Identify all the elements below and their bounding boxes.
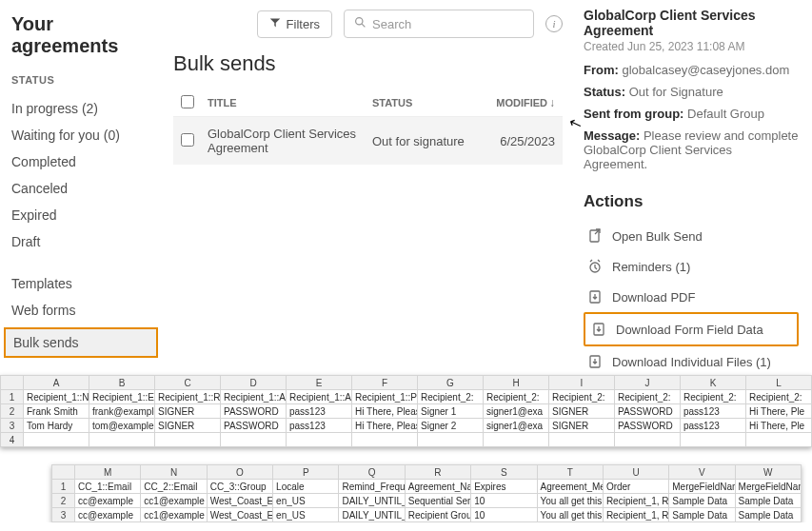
details-panel: GlobalCorp Client Services Agreement Cre…	[574, 0, 812, 371]
col-status[interactable]: STATUS	[372, 97, 486, 108]
detail-title: GlobalCorp Client Services Agreement	[584, 8, 799, 38]
row-title: GlobalCorp Client Services Agreement	[208, 127, 372, 155]
sidebar-item-draft[interactable]: Draft	[11, 228, 150, 255]
sidebar-item-webforms[interactable]: Web forms	[11, 297, 150, 324]
sort-desc-icon: ↓	[549, 96, 555, 109]
center-pane: Filters Search i Bulk sends TITLE STATUS…	[162, 0, 574, 371]
action-open-label: Open Bulk Send	[612, 229, 703, 244]
download-icon	[587, 289, 603, 305]
from-value: globalcasey@caseyjones.dom	[622, 63, 789, 77]
action-download-files-label: Download Individual Files (1)	[612, 355, 771, 369]
action-download-individual[interactable]: Download Individual Files (1)	[584, 346, 799, 377]
download-form-icon	[591, 322, 606, 337]
col-title[interactable]: TITLE	[208, 97, 372, 108]
action-download-form-label: Download Form Field Data	[616, 323, 763, 337]
col-modified[interactable]: MODIFIED↓	[486, 96, 563, 109]
search-input[interactable]: Search	[344, 10, 534, 38]
sidebar-item-in-progress[interactable]: In progress (2)	[11, 95, 150, 122]
action-open-bulk-send[interactable]: Open Bulk Send	[584, 221, 799, 251]
spreadsheet-1: ABCDEFGHIJKL1Recipient_1::NameRecipient_…	[0, 375, 812, 447]
detail-created: Created Jun 25, 2023 11:08 AM	[584, 40, 799, 53]
filters-button[interactable]: Filters	[257, 10, 332, 38]
sidebar-item-bulksends[interactable]: Bulk sends	[4, 327, 158, 358]
group-value: Default Group	[687, 107, 764, 121]
sidebar-item-templates[interactable]: Templates	[11, 270, 150, 297]
from-label: From:	[584, 63, 619, 77]
table-row[interactable]: GlobalCorp Client Services Agreement Out…	[173, 117, 563, 165]
open-icon	[587, 228, 603, 244]
row-status: Out for signature	[372, 134, 486, 148]
sidebar-item-waiting[interactable]: Waiting for you (0)	[11, 122, 150, 148]
info-icon[interactable]: i	[545, 15, 563, 32]
row-modified: 6/25/2023	[486, 134, 563, 148]
status-label: STATUS	[11, 74, 150, 86]
message-label: Message:	[584, 128, 640, 143]
svg-point-0	[356, 18, 363, 25]
search-placeholder: Search	[372, 17, 411, 31]
center-title: Bulk sends	[173, 51, 563, 76]
filters-label: Filters	[287, 17, 320, 31]
search-icon	[354, 16, 366, 31]
spreadsheet-2: MNOPQRSTUVW1CC_1::EmailCC_2::EmailCC_3::…	[51, 464, 802, 522]
clock-icon	[587, 259, 603, 274]
select-all-checkbox[interactable]	[181, 95, 194, 108]
svg-line-1	[362, 24, 365, 27]
sidebar-item-expired[interactable]: Expired	[11, 202, 150, 228]
sidebar-item-canceled[interactable]: Canceled	[11, 175, 150, 202]
action-reminders-label: Reminders (1)	[612, 260, 690, 274]
status-label: Status:	[584, 85, 625, 99]
row-checkbox[interactable]	[181, 133, 194, 147]
action-download-pdf[interactable]: Download PDF	[584, 282, 799, 312]
actions-title: Actions	[584, 192, 799, 211]
action-download-pdf-label: Download PDF	[612, 290, 695, 305]
status-value: Out for Signature	[629, 85, 723, 99]
table-header: TITLE STATUS MODIFIED↓	[173, 89, 563, 117]
action-download-form-data[interactable]: Download Form Field Data	[584, 312, 799, 346]
group-label: Sent from group:	[584, 107, 683, 121]
sidebar-item-completed[interactable]: Completed	[11, 148, 150, 175]
action-reminders[interactable]: Reminders (1)	[584, 251, 799, 282]
page-title: Your agreements	[11, 13, 150, 57]
sidebar: Your agreements STATUS In progress (2) W…	[0, 0, 162, 371]
download-files-icon	[587, 354, 603, 369]
filter-icon	[269, 17, 281, 31]
